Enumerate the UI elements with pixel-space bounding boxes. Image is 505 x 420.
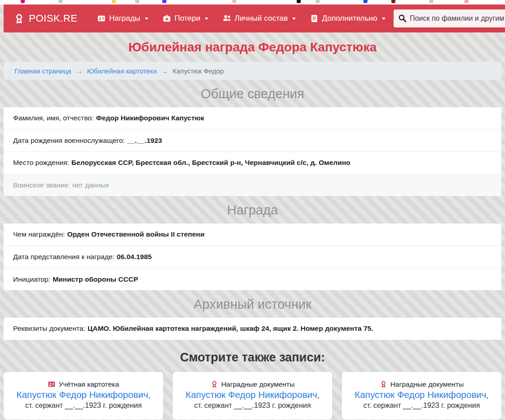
card-name-suffix: , [317, 391, 319, 400]
info-card-award: Чем награждён:Орден Отечественной войны … [4, 224, 501, 290]
breadcrumb-current: Капустюк Федор [173, 67, 224, 75]
chevron-down-icon [382, 18, 386, 20]
card-type: Наградные документы [176, 380, 329, 388]
id-card-icon [97, 14, 106, 23]
section-title-archive: Архивный источник [0, 290, 505, 318]
breadcrumb-link-jubilee-index[interactable]: Юбилейная картотека [87, 67, 157, 75]
medkit-icon [163, 14, 171, 23]
row-award-name: Чем награждён:Орден Отечественной войны … [4, 224, 501, 246]
breadcrumb-separator: → [76, 67, 83, 75]
row-award-initiator: Инициатор:Министр обороны СССР [4, 268, 501, 291]
card-name-suffix: , [486, 391, 488, 400]
nav-item-awards[interactable]: Награды [91, 10, 155, 27]
section-archive: Архивный источник Реквизиты документа:ЦА… [0, 290, 505, 340]
row-label: Чем награждён: [13, 230, 65, 238]
info-card-general: Фамилия, имя, отчество:Федор Никифорович… [4, 107, 501, 196]
nav-item-label: Награды [109, 14, 140, 23]
row-value: нет данных [72, 181, 109, 189]
nav-item-personnel[interactable]: Личный состав [216, 10, 302, 27]
nav-item-label: Потери [174, 14, 200, 23]
row-birth-date: Дата рождения военнослужащего:__.__.1923 [4, 129, 501, 152]
row-award-date: Дата представления к награде:06.04.1985 [4, 246, 501, 268]
row-label: Инициатор: [13, 275, 50, 283]
row-label: Место рождения: [13, 159, 69, 166]
row-birth-place: Место рождения:Белорусская ССР, Брестска… [4, 151, 501, 174]
brand-logo[interactable]: POISK.RE [14, 13, 78, 24]
row-value: Федор Никифорович Капустюк [96, 114, 204, 122]
section-title-general: Общие сведения [0, 80, 505, 107]
card-details: ст. сержант __.__.1923 г. рождения [176, 402, 329, 410]
card-type-label: Наградные документы [221, 380, 295, 388]
row-full-name: Фамилия, имя, отчество:Федор Никифорович… [4, 107, 501, 129]
award-logo-icon [14, 13, 25, 24]
section-title-award: Награда [0, 196, 505, 224]
chevron-down-icon [292, 18, 296, 20]
nav-item-label: Дополнительно [322, 14, 377, 23]
breadcrumb-link-home[interactable]: Главная страница [14, 67, 71, 75]
related-card-award-docs-2: Наградные документы Капустюк Федор Никиф… [342, 372, 501, 420]
row-label: Дата представления к награде: [13, 253, 115, 260]
related-person-link[interactable]: Капустюк Федор Никифорович [17, 389, 148, 400]
file-icon [310, 14, 318, 23]
row-value: __.__.1923 [127, 137, 162, 144]
breadcrumb: Главная страница → Юбилейная картотека →… [4, 62, 501, 80]
row-value: Орден Отечественной войны II степени [67, 230, 205, 238]
card-type-label: Учётная картотека [59, 380, 119, 388]
id-card-icon [48, 380, 55, 388]
card-name-suffix: , [148, 391, 150, 400]
brand-label: POISK.RE [29, 13, 78, 24]
award-icon [380, 380, 387, 388]
page-title: Юбилейная награда Федора Капустюка [0, 32, 505, 62]
card-details: ст. сержант __.__.1923 г. рождения [345, 402, 498, 410]
nav-item-additional[interactable]: Дополнительно [304, 10, 391, 27]
related-card-award-docs-1: Наградные документы Капустюк Федор Никиф… [173, 372, 332, 420]
card-type-label: Наградные документы [390, 380, 464, 388]
row-value: Белорусская ССР, Брестская обл., Брестск… [71, 159, 350, 166]
row-military-rank: Воинское звание:нет данных [4, 174, 501, 196]
row-label: Фамилия, имя, отчество: [13, 114, 94, 122]
related-card-record-file: Учётная картотека Капустюк Федор Никифор… [4, 372, 163, 420]
navbar: POISK.RE Награды Потери Личный состав До… [4, 5, 505, 32]
chevron-down-icon [145, 18, 148, 20]
row-document-details: Реквизиты документа:ЦАМО. Юбилейная карт… [4, 318, 501, 340]
search-input[interactable] [394, 9, 505, 27]
card-type: Учётная картотека [7, 380, 160, 388]
card-details: ст. сержант __.__.1923 г. рождения [7, 402, 160, 410]
row-value: 06.04.1985 [117, 253, 152, 260]
related-person-link[interactable]: Капустюк Федор Никифорович [186, 389, 317, 400]
related-cards: Учётная картотека Капустюк Федор Никифор… [4, 372, 501, 420]
breadcrumb-separator: → [161, 67, 168, 75]
section-award: Награда Чем награждён:Орден Отечественно… [0, 196, 505, 290]
section-general: Общие сведения Фамилия, имя, отчество:Фе… [0, 80, 505, 196]
row-label: Реквизиты документа: [13, 324, 85, 332]
nav-item-losses[interactable]: Потери [156, 10, 215, 27]
bookmarks-strip [0, 0, 505, 5]
chevron-down-icon [205, 18, 208, 20]
people-icon [223, 14, 231, 23]
award-icon [211, 380, 218, 388]
card-type: Наградные документы [345, 380, 498, 388]
nav-item-label: Личный состав [234, 14, 288, 23]
related-heading: Смотрите также записи: [0, 340, 505, 372]
related-person-link[interactable]: Капустюк Федор Никифорович [355, 389, 487, 400]
info-card-archive: Реквизиты документа:ЦАМО. Юбилейная карт… [4, 318, 501, 340]
row-value: ЦАМО. Юбилейная картотека награждений, ш… [87, 324, 373, 332]
row-label: Дата рождения военнослужащего: [13, 137, 125, 144]
row-label: Воинское звание: [13, 181, 70, 189]
row-value: Министр обороны СССР [53, 275, 138, 283]
